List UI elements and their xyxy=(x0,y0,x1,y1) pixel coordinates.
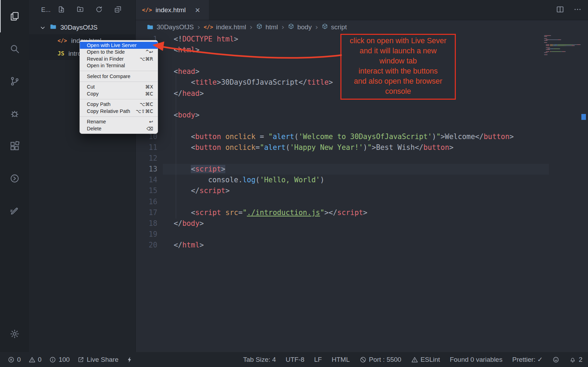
status-prettier[interactable]: Prettier: ✓ xyxy=(512,355,543,364)
status-warnings[interactable]: 0 xyxy=(29,356,42,364)
code-line-13[interactable]: 13 <script> xyxy=(136,164,588,175)
tab-index-html[interactable]: </> index.html ✕ xyxy=(136,0,209,20)
menu-item-shortcut: ⌥⇧⌘C xyxy=(136,108,153,114)
breadcrumb-30daysofjs[interactable]: 30DaysOfJS xyxy=(146,23,194,31)
line-number[interactable]: 20 xyxy=(136,240,157,251)
status-bolt[interactable] xyxy=(126,356,133,363)
status-live-share[interactable]: Live Share xyxy=(77,356,119,364)
close-icon[interactable]: ✕ xyxy=(195,6,201,14)
editor-actions xyxy=(556,0,582,20)
status-eslint[interactable]: ESLint xyxy=(411,356,440,364)
code-line-14[interactable]: 14 console.log('Hello, World') xyxy=(136,175,588,185)
status-label: 2 xyxy=(579,356,582,364)
menu-separator xyxy=(80,99,158,99)
line-number[interactable]: 15 xyxy=(136,185,157,196)
new-file-icon[interactable] xyxy=(58,6,65,15)
line-number[interactable]: 16 xyxy=(136,197,157,207)
minimap[interactable] xyxy=(544,35,583,55)
status-info[interactable]: 100 xyxy=(49,356,70,364)
status-port[interactable]: Port : 5500 xyxy=(360,356,401,364)
collapse-all-icon[interactable] xyxy=(114,6,122,15)
annotation-line: console xyxy=(341,86,455,97)
code-line-16[interactable]: 16 xyxy=(136,197,588,207)
settings-gear-icon[interactable] xyxy=(0,318,29,350)
status-encoding[interactable]: UTF-8 xyxy=(286,356,304,364)
live-share-circle-icon[interactable] xyxy=(0,162,29,194)
status-notifications[interactable]: 2 xyxy=(569,356,582,364)
breadcrumb-label: body xyxy=(297,23,311,31)
menu-item-select-for-compare[interactable]: Select for Compare xyxy=(80,73,158,80)
error-icon xyxy=(8,356,15,363)
explorer-icon[interactable] xyxy=(0,0,29,32)
code-line-20[interactable]: 20</html> xyxy=(136,240,588,251)
menu-item-cut[interactable]: Cut⌘X xyxy=(80,84,158,91)
new-folder-icon[interactable] xyxy=(76,6,84,15)
menu-item-label: Cut xyxy=(87,84,145,90)
refresh-icon[interactable] xyxy=(95,6,103,15)
breadcrumb-body[interactable]: body xyxy=(288,23,311,31)
menu-item-rename[interactable]: Rename↩ xyxy=(80,118,158,125)
run-debug-icon[interactable] xyxy=(0,97,29,130)
menu-item-copy-path[interactable]: Copy Path⌥⌘C xyxy=(80,101,158,108)
scrollbar-marker[interactable] xyxy=(581,114,586,120)
extensions-icon[interactable] xyxy=(0,130,29,162)
chevron-right-icon: › xyxy=(281,23,284,31)
menu-item-copy[interactable]: Copy⌘C xyxy=(80,90,158,97)
status-language[interactable]: HTML xyxy=(332,356,350,364)
source-control-icon[interactable] xyxy=(0,65,29,97)
code-line-10[interactable]: 10 <button onclick = "alert('Welcome to … xyxy=(136,131,588,142)
menu-item-label: Open with Live Server xyxy=(87,43,153,48)
status-tab-size[interactable]: Tab Size: 4 xyxy=(243,356,276,364)
breadcrumb-label: index.html xyxy=(216,23,246,31)
code-line-19[interactable]: 19 xyxy=(136,229,588,240)
menu-item-open-to-the-side[interactable]: Open to the Side^↩ xyxy=(80,49,158,56)
line-number[interactable]: 11 xyxy=(136,142,157,153)
code-line-8[interactable]: 8<body> xyxy=(136,110,588,121)
code-line-7[interactable]: 7 xyxy=(136,99,588,110)
menu-item-label: Open to the Side xyxy=(87,49,145,55)
edit-session-icon[interactable] xyxy=(0,194,29,227)
breadcrumb-index-html[interactable]: </>index.html xyxy=(204,23,246,31)
status-eol[interactable]: LF xyxy=(314,356,322,364)
code-line-17[interactable]: 17 <script src="./introduction.js"></scr… xyxy=(136,207,588,218)
line-number[interactable]: 17 xyxy=(136,207,157,218)
code-line-18[interactable]: 18</body> xyxy=(136,218,588,229)
code-text: </body> xyxy=(174,218,204,229)
activity-bar-top xyxy=(0,0,29,227)
line-number[interactable]: 13 xyxy=(136,164,157,175)
menu-item-copy-relative-path[interactable]: Copy Relative Path⌥⇧⌘C xyxy=(80,108,158,115)
code-text: <button onclick = "alert('Welcome to 30D… xyxy=(174,131,514,142)
status-label: Found 0 variables xyxy=(450,356,503,364)
menu-item-delete[interactable]: Delete⌫ xyxy=(80,125,158,132)
breadcrumb-html[interactable]: html xyxy=(256,23,278,31)
code-text: <body> xyxy=(174,110,199,121)
line-number[interactable]: 19 xyxy=(136,229,157,240)
line-number[interactable]: 18 xyxy=(136,218,157,229)
code-text: </script> xyxy=(174,185,229,196)
code-line-12[interactable]: 12 xyxy=(136,153,588,164)
menu-separator xyxy=(80,116,158,117)
vscode-window: E... 30DaysOfJS </>index.htmlJSintroduct… xyxy=(0,0,588,367)
code-line-15[interactable]: 15 </script> xyxy=(136,185,588,196)
menu-item-open-with-live-server[interactable]: Open with Live Server xyxy=(80,42,158,49)
status-bar-right: Tab Size: 4UTF-8LFHTMLPort : 5500ESLintF… xyxy=(243,355,582,364)
code-line-9[interactable]: 9 xyxy=(136,121,588,131)
menu-item-reveal-in-finder[interactable]: Reveal in Finder⌥⌘R xyxy=(80,55,158,62)
circle-slash-icon xyxy=(360,356,367,363)
status-errors[interactable]: 0 xyxy=(8,356,21,364)
status-label: Port : 5500 xyxy=(369,356,401,364)
html-file-icon: </> xyxy=(142,7,152,13)
menu-item-open-in-terminal[interactable]: Open in Terminal xyxy=(80,62,158,69)
breadcrumb-script[interactable]: script xyxy=(322,23,347,31)
code-line-11[interactable]: 11 <button onclick="alert('Happy New Yea… xyxy=(136,142,588,153)
folder-row-30daysofjs[interactable]: 30DaysOfJS xyxy=(29,21,135,34)
line-number[interactable]: 14 xyxy=(136,175,157,185)
status-variables[interactable]: Found 0 variables xyxy=(450,356,503,364)
line-number[interactable]: 12 xyxy=(136,153,157,164)
more-actions-icon[interactable] xyxy=(573,5,582,15)
status-label: 0 xyxy=(17,356,21,364)
status-feedback[interactable] xyxy=(552,356,559,363)
search-icon[interactable] xyxy=(0,32,29,65)
menu-item-shortcut: ⌘C xyxy=(145,91,153,97)
split-editor-icon[interactable] xyxy=(556,5,564,15)
